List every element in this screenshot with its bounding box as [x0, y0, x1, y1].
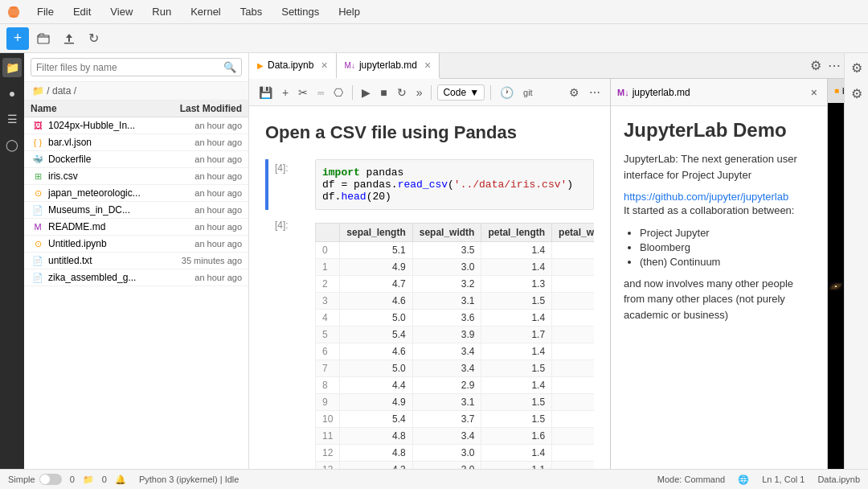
- df-cell: 6: [316, 343, 340, 360]
- paste-button[interactable]: ⎔: [330, 84, 346, 101]
- file-row[interactable]: ⊙ Untitled.ipynb an hour ago: [24, 236, 248, 253]
- file-row[interactable]: { } bar.vl.json an hour ago: [24, 134, 248, 151]
- df-cell: 3.4: [412, 343, 481, 360]
- panels: 💾 + ✂ ⎓ ⎔ ▶ ■ ↻ » Code ▼ 🕐: [249, 79, 844, 469]
- kernel-settings-button[interactable]: ⚙: [566, 84, 583, 101]
- toggle-switch[interactable]: [39, 474, 62, 485]
- restart-button[interactable]: ↻: [394, 84, 410, 101]
- tab-notebook[interactable]: ▶ Data.ipynb ×: [249, 53, 337, 79]
- df-cell: 0.1: [552, 445, 594, 462]
- df-cell: 0.4: [552, 327, 594, 343]
- notebook-toolbar: 💾 + ✂ ⎓ ⎔ ▶ ■ ↻ » Code ▼ 🕐: [249, 79, 610, 106]
- df-cell: 0.2: [552, 411, 594, 428]
- file-row[interactable]: 🐳 Dockerfile an hour ago: [24, 151, 248, 168]
- running-icon[interactable]: ●: [2, 84, 22, 103]
- df-cell: 4.6: [340, 343, 412, 360]
- tab-bar-vl-json[interactable]: ■ bar.vl.json ×: [828, 79, 844, 103]
- status-right: Mode: Command 🌐 Ln 1, Col 1 Data.ipynb: [657, 475, 860, 485]
- file-row[interactable]: ⊞ iris.csv an hour ago: [24, 168, 248, 185]
- interrupt-button[interactable]: ■: [377, 84, 390, 101]
- svg-point-2: [10, 14, 18, 17]
- cut-button[interactable]: ✂: [295, 84, 311, 101]
- notebook-tab-label: Data.ipynb: [268, 60, 313, 71]
- menu-view[interactable]: View: [107, 4, 136, 19]
- new-launcher-button[interactable]: +: [6, 27, 29, 50]
- upload-button[interactable]: [58, 29, 80, 48]
- toggle-knob: [40, 475, 50, 484]
- menu-tabs[interactable]: Tabs: [237, 4, 265, 19]
- status-zero2: 0: [102, 475, 107, 484]
- git-button[interactable]: git: [520, 86, 536, 99]
- files-icon[interactable]: 📁: [2, 58, 22, 77]
- settings-panel-icon[interactable]: ⚙: [847, 58, 866, 77]
- file-icon: ⊙: [31, 187, 45, 199]
- df-cell: 1.4: [481, 343, 552, 360]
- file-icon: 📄: [31, 204, 45, 216]
- menu-run[interactable]: Run: [149, 4, 174, 19]
- file-row[interactable]: 📄 Museums_in_DC... an hour ago: [24, 202, 248, 219]
- new-folder-button[interactable]: [32, 29, 55, 48]
- menu-help[interactable]: Help: [335, 4, 363, 19]
- file-name: Untitled.ipynb: [48, 238, 162, 249]
- file-table: Name Last Modified 🖼 1024px-Hubble_In...…: [24, 101, 248, 469]
- md-list-item: Bloomberg: [640, 241, 814, 253]
- extensions-icon[interactable]: ◯: [2, 135, 22, 154]
- df-cell: 5.1: [340, 242, 412, 259]
- dataframe-table: sepal_lengthsepal_widthpetal_lengthpetal…: [315, 223, 594, 469]
- menu-file[interactable]: File: [34, 4, 57, 19]
- save-button[interactable]: 💾: [256, 84, 276, 101]
- refresh-button[interactable]: ↻: [84, 27, 104, 49]
- markdown-panel: M↓ jupyterlab.md × JupyterLab Demo Jupyt…: [611, 79, 828, 469]
- right-panels: ■ bar.vl.json × ■ 1024px-Hubble_Intera×: [828, 79, 844, 469]
- time-icon[interactable]: 🕐: [497, 84, 517, 101]
- df-cell: 3.4: [412, 428, 481, 445]
- menu-edit[interactable]: Edit: [70, 4, 94, 19]
- file-row[interactable]: M README.md an hour ago: [24, 219, 248, 236]
- df-cell: 0.1: [552, 394, 594, 411]
- df-cell: 1.4: [481, 445, 552, 462]
- file-icon: { }: [31, 137, 45, 148]
- menu-kernel[interactable]: Kernel: [187, 4, 224, 19]
- df-cell: 4: [316, 310, 340, 327]
- cell-type-dropdown[interactable]: Code ▼: [437, 84, 485, 101]
- md-link[interactable]: https://github.com/jupyter/jupyterlab: [624, 191, 788, 203]
- svg-rect-4: [64, 43, 74, 44]
- svg-point-35: [835, 286, 836, 287]
- markdown-tab-label: jupyterlab.md: [359, 60, 417, 71]
- chart-icon: ■: [834, 86, 839, 95]
- filter-input[interactable]: [36, 62, 223, 73]
- commands-icon[interactable]: ☰: [2, 109, 22, 129]
- file-icon: 📄: [31, 272, 45, 283]
- run-all-button[interactable]: »: [413, 84, 426, 101]
- menu-settings[interactable]: Settings: [278, 4, 322, 19]
- simple-mode-toggle[interactable]: Simple: [8, 474, 62, 485]
- md-close-button[interactable]: ×: [808, 84, 821, 101]
- df-col-header: sepal_length: [340, 224, 412, 242]
- file-row[interactable]: 📄 untitled.txt 35 minutes ago: [24, 253, 248, 269]
- copy-button[interactable]: ⎓: [314, 84, 327, 101]
- notebook-tab-close[interactable]: ×: [321, 60, 327, 71]
- df-row: 114.83.41.60.2setosa: [316, 428, 595, 445]
- df-cell: 1.5: [481, 360, 552, 377]
- markdown-tab-close[interactable]: ×: [424, 60, 431, 71]
- md-para2: It started as a collaboration between:: [624, 203, 814, 219]
- run-button[interactable]: ▶: [358, 84, 374, 101]
- file-name: 1024px-Hubble_In...: [48, 120, 162, 131]
- file-table-header: Name Last Modified: [24, 101, 248, 117]
- file-row[interactable]: 🖼 1024px-Hubble_In... an hour ago: [24, 117, 248, 134]
- df-cell: 0: [316, 242, 340, 259]
- file-row[interactable]: ⊙ japan_meteorologic... an hour ago: [24, 185, 248, 202]
- file-name: Dockerfile: [48, 154, 162, 165]
- file-name: bar.vl.json: [48, 137, 162, 148]
- property-inspector-icon[interactable]: ⚙: [847, 84, 866, 103]
- add-cell-button[interactable]: +: [279, 84, 292, 101]
- file-row[interactable]: 📄 zika_assembled_g... an hour ago: [24, 269, 248, 286]
- settings-icon[interactable]: ⚙: [807, 56, 825, 75]
- tab-markdown[interactable]: M↓ jupyterlab.md ×: [337, 53, 440, 79]
- df-cell: 0.1: [552, 462, 594, 470]
- df-cell: 1.1: [481, 462, 552, 470]
- more-button[interactable]: ⋯: [586, 84, 604, 101]
- more-options-icon[interactable]: ⋯: [825, 56, 844, 75]
- df-cell: 1.4: [481, 259, 552, 276]
- cell-code-1[interactable]: import pandas df = pandas.read_csv('../d…: [315, 159, 594, 210]
